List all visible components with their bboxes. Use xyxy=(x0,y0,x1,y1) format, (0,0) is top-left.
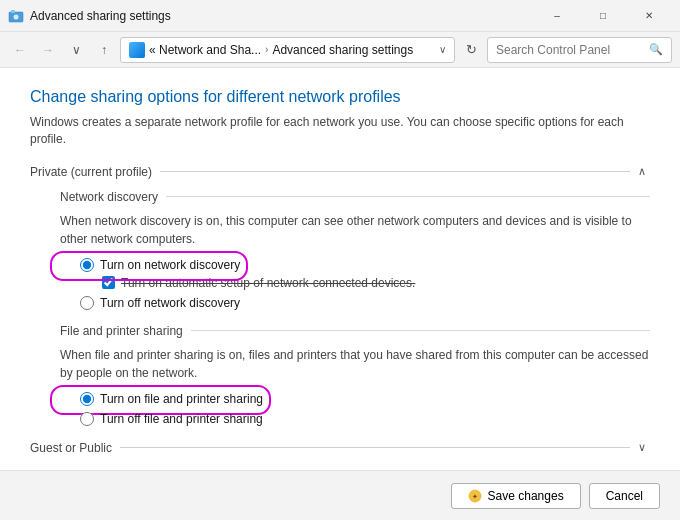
section-guest-public: Guest or Public ∨ xyxy=(30,440,650,456)
svg-rect-1 xyxy=(11,10,15,13)
svg-text:✦: ✦ xyxy=(472,493,478,500)
section-guest-line xyxy=(120,447,630,448)
sharing-on-highlight: Turn on file and printer sharing xyxy=(80,392,263,406)
address-bar[interactable]: « Network and Sha... › Advanced sharing … xyxy=(120,37,455,63)
radio-turn-on-discovery: Turn on network discovery xyxy=(80,258,650,272)
section-guest-header[interactable]: Guest or Public ∨ xyxy=(30,440,650,456)
close-button[interactable]: ✕ xyxy=(626,0,672,32)
search-icon[interactable]: 🔍 xyxy=(649,43,663,56)
section-guest-title: Guest or Public xyxy=(30,441,112,455)
section-allnet-title: All Networks xyxy=(30,469,97,470)
checkbox-auto-setup-label: Turn on automatic setup of network-conne… xyxy=(121,276,415,290)
refresh-button[interactable]: ↻ xyxy=(459,38,483,62)
search-bar[interactable]: 🔍 xyxy=(487,37,672,63)
svg-point-2 xyxy=(14,14,19,19)
section-private-header: Private (current profile) ∧ xyxy=(30,164,650,180)
section-private: Private (current profile) ∧ Network disc… xyxy=(30,164,650,426)
window-controls: – □ ✕ xyxy=(534,0,672,32)
radio-sharing-on-input[interactable] xyxy=(80,392,94,406)
page-subtitle: Windows creates a separate network profi… xyxy=(30,114,650,148)
radio-discovery-on-input[interactable] xyxy=(80,258,94,272)
subsection-file-sharing: File and printer sharing When file and p… xyxy=(60,324,650,426)
discovery-on-highlight: Turn on network discovery xyxy=(80,258,240,272)
discovery-description: When network discovery is on, this compu… xyxy=(60,212,650,248)
dropdown-button[interactable]: ∨ xyxy=(64,38,88,62)
section-allnet-toggle[interactable]: ∨ xyxy=(634,468,650,470)
maximize-button[interactable]: □ xyxy=(580,0,626,32)
section-private-line xyxy=(160,171,630,172)
up-button[interactable]: ↑ xyxy=(92,38,116,62)
radio-turn-off-sharing: Turn off file and printer sharing xyxy=(80,412,650,426)
radio-discovery-off-input[interactable] xyxy=(80,296,94,310)
save-label: Save changes xyxy=(488,489,564,503)
window-title: Advanced sharing settings xyxy=(30,9,534,23)
page-title: Change sharing options for different net… xyxy=(30,88,650,106)
section-guest-toggle[interactable]: ∨ xyxy=(634,440,650,456)
subsection-sharing-title: File and printer sharing xyxy=(60,324,183,338)
back-button[interactable]: ← xyxy=(8,38,32,62)
sharing-description: When file and printer sharing is on, fil… xyxy=(60,346,650,382)
breadcrumb: « Network and Sha... › Advanced sharing … xyxy=(149,43,435,57)
address-dropdown-icon[interactable]: ∨ xyxy=(439,44,446,55)
sharing-options: Turn on file and printer sharing Turn of… xyxy=(80,392,650,426)
main-content: Change sharing options for different net… xyxy=(0,68,680,470)
save-button[interactable]: ✦ Save changes xyxy=(451,483,581,509)
radio-discovery-off-label: Turn off network discovery xyxy=(100,296,240,310)
breadcrumb-separator: › xyxy=(265,44,268,55)
radio-turn-on-sharing: Turn on file and printer sharing xyxy=(80,392,650,406)
cancel-button[interactable]: Cancel xyxy=(589,483,660,509)
subsection-discovery-header: Network discovery xyxy=(60,190,650,204)
search-input[interactable] xyxy=(496,43,649,57)
subsection-sharing-header: File and printer sharing xyxy=(60,324,650,338)
minimize-button[interactable]: – xyxy=(534,0,580,32)
radio-sharing-on-label: Turn on file and printer sharing xyxy=(100,392,263,406)
footer: ✦ Save changes Cancel xyxy=(0,470,680,520)
radio-discovery-on-label: Turn on network discovery xyxy=(100,258,240,272)
subsection-network-discovery: Network discovery When network discovery… xyxy=(60,190,650,310)
save-icon: ✦ xyxy=(468,489,482,503)
breadcrumb-part2: Advanced sharing settings xyxy=(272,43,413,57)
subsection-discovery-line xyxy=(166,196,650,197)
breadcrumb-part1: « Network and Sha... xyxy=(149,43,261,57)
nav-bar: ← → ∨ ↑ « Network and Sha... › Advanced … xyxy=(0,32,680,68)
subsection-discovery-title: Network discovery xyxy=(60,190,158,204)
discovery-options: Turn on network discovery Turn on automa… xyxy=(80,258,650,310)
section-private-toggle[interactable]: ∧ xyxy=(634,164,650,180)
radio-sharing-off-input[interactable] xyxy=(80,412,94,426)
section-private-title: Private (current profile) xyxy=(30,165,152,179)
subsection-sharing-line xyxy=(191,330,650,331)
checkbox-auto-setup[interactable] xyxy=(102,276,115,289)
window-icon xyxy=(8,8,24,24)
address-icon xyxy=(129,42,145,58)
radio-sharing-off-label: Turn off file and printer sharing xyxy=(100,412,263,426)
forward-button[interactable]: → xyxy=(36,38,60,62)
radio-turn-off-discovery: Turn off network discovery xyxy=(80,296,650,310)
title-bar: Advanced sharing settings – □ ✕ xyxy=(0,0,680,32)
